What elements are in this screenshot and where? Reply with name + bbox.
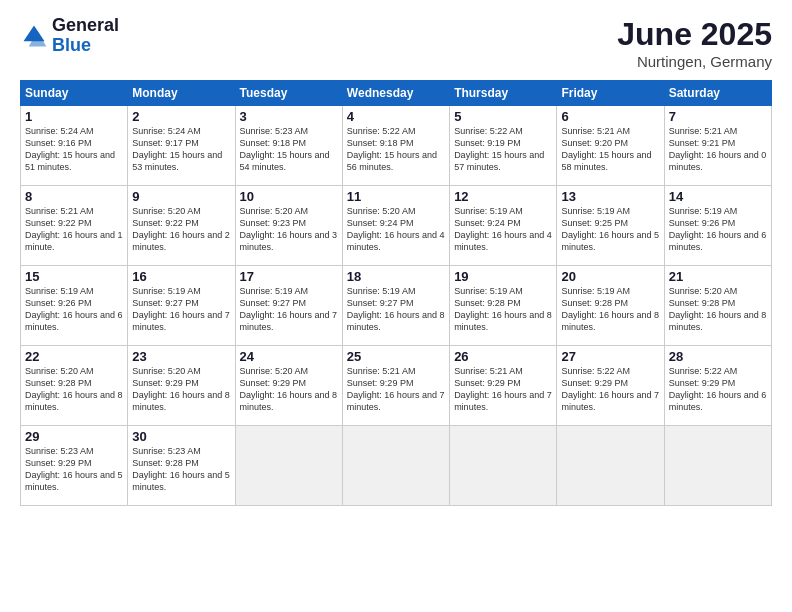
cell-info: Sunrise: 5:19 AMSunset: 9:24 PMDaylight:… — [454, 206, 552, 252]
table-row: 22Sunrise: 5:20 AMSunset: 9:28 PMDayligh… — [21, 346, 128, 426]
table-row: 1Sunrise: 5:24 AMSunset: 9:16 PMDaylight… — [21, 106, 128, 186]
table-row: 4Sunrise: 5:22 AMSunset: 9:18 PMDaylight… — [342, 106, 449, 186]
cell-info: Sunrise: 5:19 AMSunset: 9:27 PMDaylight:… — [132, 286, 230, 332]
cell-info: Sunrise: 5:23 AMSunset: 9:28 PMDaylight:… — [132, 446, 230, 492]
calendar-week-row: 29Sunrise: 5:23 AMSunset: 9:29 PMDayligh… — [21, 426, 772, 506]
table-row: 16Sunrise: 5:19 AMSunset: 9:27 PMDayligh… — [128, 266, 235, 346]
cell-info: Sunrise: 5:23 AMSunset: 9:18 PMDaylight:… — [240, 126, 330, 172]
table-row: 18Sunrise: 5:19 AMSunset: 9:27 PMDayligh… — [342, 266, 449, 346]
table-row — [557, 426, 664, 506]
title-area: June 2025 Nurtingen, Germany — [617, 16, 772, 70]
table-row: 19Sunrise: 5:19 AMSunset: 9:28 PMDayligh… — [450, 266, 557, 346]
table-row: 8Sunrise: 5:21 AMSunset: 9:22 PMDaylight… — [21, 186, 128, 266]
header-sunday: Sunday — [21, 81, 128, 106]
header: General Blue June 2025 Nurtingen, German… — [20, 16, 772, 70]
cell-info: Sunrise: 5:20 AMSunset: 9:29 PMDaylight:… — [132, 366, 230, 412]
calendar-week-row: 1Sunrise: 5:24 AMSunset: 9:16 PMDaylight… — [21, 106, 772, 186]
day-number: 10 — [240, 189, 338, 204]
cell-info: Sunrise: 5:20 AMSunset: 9:22 PMDaylight:… — [132, 206, 230, 252]
day-number: 18 — [347, 269, 445, 284]
calendar-table: Sunday Monday Tuesday Wednesday Thursday… — [20, 80, 772, 506]
table-row: 15Sunrise: 5:19 AMSunset: 9:26 PMDayligh… — [21, 266, 128, 346]
day-number: 28 — [669, 349, 767, 364]
table-row: 9Sunrise: 5:20 AMSunset: 9:22 PMDaylight… — [128, 186, 235, 266]
logo-blue: Blue — [52, 35, 91, 55]
day-number: 9 — [132, 189, 230, 204]
table-row: 17Sunrise: 5:19 AMSunset: 9:27 PMDayligh… — [235, 266, 342, 346]
cell-info: Sunrise: 5:19 AMSunset: 9:28 PMDaylight:… — [454, 286, 552, 332]
cell-info: Sunrise: 5:19 AMSunset: 9:25 PMDaylight:… — [561, 206, 659, 252]
calendar-week-row: 8Sunrise: 5:21 AMSunset: 9:22 PMDaylight… — [21, 186, 772, 266]
day-number: 22 — [25, 349, 123, 364]
table-row: 28Sunrise: 5:22 AMSunset: 9:29 PMDayligh… — [664, 346, 771, 426]
cell-info: Sunrise: 5:19 AMSunset: 9:26 PMDaylight:… — [669, 206, 767, 252]
cell-info: Sunrise: 5:21 AMSunset: 9:22 PMDaylight:… — [25, 206, 123, 252]
day-number: 19 — [454, 269, 552, 284]
day-number: 24 — [240, 349, 338, 364]
table-row: 24Sunrise: 5:20 AMSunset: 9:29 PMDayligh… — [235, 346, 342, 426]
day-number: 5 — [454, 109, 552, 124]
day-number: 2 — [132, 109, 230, 124]
header-tuesday: Tuesday — [235, 81, 342, 106]
table-row: 20Sunrise: 5:19 AMSunset: 9:28 PMDayligh… — [557, 266, 664, 346]
day-number: 11 — [347, 189, 445, 204]
table-row: 5Sunrise: 5:22 AMSunset: 9:19 PMDaylight… — [450, 106, 557, 186]
table-row: 12Sunrise: 5:19 AMSunset: 9:24 PMDayligh… — [450, 186, 557, 266]
table-row: 25Sunrise: 5:21 AMSunset: 9:29 PMDayligh… — [342, 346, 449, 426]
table-row: 27Sunrise: 5:22 AMSunset: 9:29 PMDayligh… — [557, 346, 664, 426]
cell-info: Sunrise: 5:19 AMSunset: 9:28 PMDaylight:… — [561, 286, 659, 332]
logo-text: General Blue — [52, 16, 119, 56]
calendar-week-row: 22Sunrise: 5:20 AMSunset: 9:28 PMDayligh… — [21, 346, 772, 426]
day-number: 16 — [132, 269, 230, 284]
cell-info: Sunrise: 5:22 AMSunset: 9:19 PMDaylight:… — [454, 126, 544, 172]
table-row — [235, 426, 342, 506]
cell-info: Sunrise: 5:20 AMSunset: 9:29 PMDaylight:… — [240, 366, 338, 412]
cell-info: Sunrise: 5:20 AMSunset: 9:24 PMDaylight:… — [347, 206, 445, 252]
header-friday: Friday — [557, 81, 664, 106]
header-monday: Monday — [128, 81, 235, 106]
day-number: 3 — [240, 109, 338, 124]
cell-info: Sunrise: 5:22 AMSunset: 9:29 PMDaylight:… — [561, 366, 659, 412]
day-number: 23 — [132, 349, 230, 364]
cell-info: Sunrise: 5:22 AMSunset: 9:18 PMDaylight:… — [347, 126, 437, 172]
cell-info: Sunrise: 5:19 AMSunset: 9:27 PMDaylight:… — [240, 286, 338, 332]
table-row: 2Sunrise: 5:24 AMSunset: 9:17 PMDaylight… — [128, 106, 235, 186]
day-number: 27 — [561, 349, 659, 364]
cell-info: Sunrise: 5:21 AMSunset: 9:21 PMDaylight:… — [669, 126, 767, 172]
table-row — [450, 426, 557, 506]
day-number: 20 — [561, 269, 659, 284]
logo-general: General — [52, 15, 119, 35]
day-number: 25 — [347, 349, 445, 364]
table-row: 3Sunrise: 5:23 AMSunset: 9:18 PMDaylight… — [235, 106, 342, 186]
table-row: 21Sunrise: 5:20 AMSunset: 9:28 PMDayligh… — [664, 266, 771, 346]
table-row — [342, 426, 449, 506]
location: Nurtingen, Germany — [617, 53, 772, 70]
day-number: 6 — [561, 109, 659, 124]
cell-info: Sunrise: 5:20 AMSunset: 9:23 PMDaylight:… — [240, 206, 338, 252]
table-row: 14Sunrise: 5:19 AMSunset: 9:26 PMDayligh… — [664, 186, 771, 266]
cell-info: Sunrise: 5:21 AMSunset: 9:20 PMDaylight:… — [561, 126, 651, 172]
day-number: 8 — [25, 189, 123, 204]
table-row: 29Sunrise: 5:23 AMSunset: 9:29 PMDayligh… — [21, 426, 128, 506]
cell-info: Sunrise: 5:21 AMSunset: 9:29 PMDaylight:… — [347, 366, 445, 412]
day-number: 21 — [669, 269, 767, 284]
table-row: 6Sunrise: 5:21 AMSunset: 9:20 PMDaylight… — [557, 106, 664, 186]
day-number: 1 — [25, 109, 123, 124]
table-row: 26Sunrise: 5:21 AMSunset: 9:29 PMDayligh… — [450, 346, 557, 426]
cell-info: Sunrise: 5:24 AMSunset: 9:16 PMDaylight:… — [25, 126, 115, 172]
cell-info: Sunrise: 5:20 AMSunset: 9:28 PMDaylight:… — [669, 286, 767, 332]
logo-icon — [20, 22, 48, 50]
cell-info: Sunrise: 5:22 AMSunset: 9:29 PMDaylight:… — [669, 366, 767, 412]
cell-info: Sunrise: 5:19 AMSunset: 9:26 PMDaylight:… — [25, 286, 123, 332]
header-wednesday: Wednesday — [342, 81, 449, 106]
table-row: 13Sunrise: 5:19 AMSunset: 9:25 PMDayligh… — [557, 186, 664, 266]
day-number: 15 — [25, 269, 123, 284]
day-number: 17 — [240, 269, 338, 284]
cell-info: Sunrise: 5:24 AMSunset: 9:17 PMDaylight:… — [132, 126, 222, 172]
table-row: 23Sunrise: 5:20 AMSunset: 9:29 PMDayligh… — [128, 346, 235, 426]
cell-info: Sunrise: 5:20 AMSunset: 9:28 PMDaylight:… — [25, 366, 123, 412]
calendar-header-row: Sunday Monday Tuesday Wednesday Thursday… — [21, 81, 772, 106]
day-number: 12 — [454, 189, 552, 204]
day-number: 29 — [25, 429, 123, 444]
cell-info: Sunrise: 5:19 AMSunset: 9:27 PMDaylight:… — [347, 286, 445, 332]
